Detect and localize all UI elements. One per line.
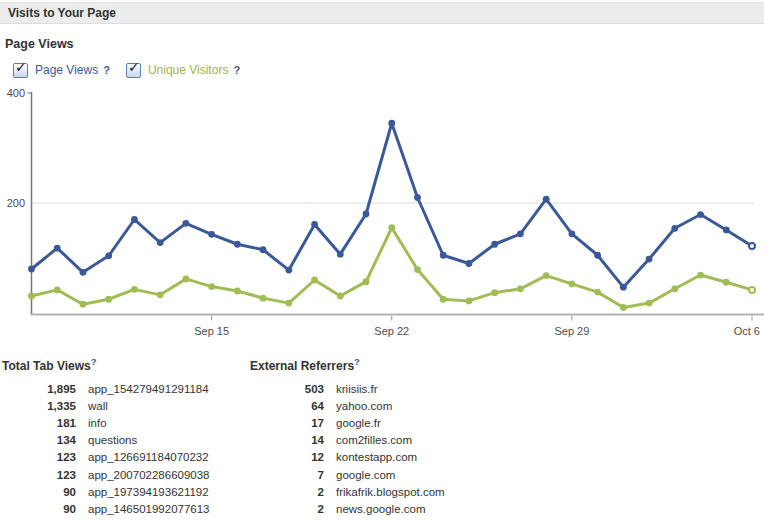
row-value: 123 bbox=[2, 469, 76, 481]
row-label: app_200702286609038 bbox=[88, 469, 210, 481]
row-label: yahoo.com bbox=[336, 400, 392, 412]
row-label: google.fr bbox=[336, 417, 381, 429]
row-label: wall bbox=[88, 400, 108, 412]
list-row: 64yahoo.com bbox=[250, 397, 445, 414]
list-row: 123app_200702286609038 bbox=[2, 466, 210, 483]
row-label: app_146501992077613 bbox=[88, 503, 210, 515]
total-tab-views-title: Total Tab Views? bbox=[2, 356, 210, 373]
page-views-checkbox[interactable] bbox=[13, 63, 28, 78]
row-value: 181 bbox=[2, 417, 76, 429]
list-row: 2frikafrik.blogspot.com bbox=[250, 483, 445, 500]
row-value: 123 bbox=[2, 451, 76, 463]
row-label: questions bbox=[88, 434, 137, 446]
list-row: 503kriisiis.fr bbox=[250, 380, 445, 397]
section-title: Page Views bbox=[5, 37, 74, 51]
visits-panel: Visits to Your Page Page Views Page View… bbox=[0, 0, 764, 522]
list-row: 1,335wall bbox=[2, 397, 210, 414]
list-row: 134questions bbox=[2, 432, 210, 449]
legend-label-unique-visitors: Unique Visitors bbox=[148, 63, 228, 77]
panel-title: Visits to Your Page bbox=[8, 6, 116, 20]
unique-visitors-help-icon[interactable]: ? bbox=[233, 64, 240, 76]
external-referrers-title: External Referrers? bbox=[250, 356, 445, 373]
svg-text:Sep 29: Sep 29 bbox=[554, 325, 589, 337]
list-row: 14com2filles.com bbox=[250, 432, 445, 449]
list-row: 1,895app_154279491291184 bbox=[2, 380, 210, 397]
visits-chart: 200400Sep 15Sep 22Sep 29Oct 6 bbox=[0, 86, 764, 342]
row-label: google.com bbox=[336, 469, 395, 481]
list-row: 17google.fr bbox=[250, 414, 445, 431]
chart-area: 200400Sep 15Sep 22Sep 29Oct 6 bbox=[0, 86, 764, 342]
svg-text:Sep 15: Sep 15 bbox=[194, 325, 229, 337]
row-value: 90 bbox=[2, 486, 76, 498]
list-row: 12kontestapp.com bbox=[250, 449, 445, 466]
external-referrers-list: 503kriisiis.fr64yahoo.com17google.fr14co… bbox=[250, 380, 445, 518]
row-label: kriisiis.fr bbox=[336, 383, 378, 395]
total-tab-views-section: Total Tab Views? 1,895app_15427949129118… bbox=[2, 356, 210, 518]
legend-label-page-views: Page Views bbox=[35, 63, 98, 77]
row-value: 2 bbox=[250, 503, 324, 515]
list-row: 7google.com bbox=[250, 466, 445, 483]
row-label: info bbox=[88, 417, 107, 429]
unique-visitors-checkbox[interactable] bbox=[126, 63, 141, 78]
external-referrers-section: External Referrers? 503kriisiis.fr64yaho… bbox=[250, 356, 445, 518]
row-value: 2 bbox=[250, 486, 324, 498]
row-value: 134 bbox=[2, 434, 76, 446]
row-label: app_154279491291184 bbox=[88, 383, 209, 395]
row-value: 1,335 bbox=[2, 400, 76, 412]
row-value: 503 bbox=[250, 383, 324, 395]
row-label: news.google.com bbox=[336, 503, 426, 515]
total-tab-views-help-icon[interactable]: ? bbox=[91, 356, 97, 367]
page-views-help-icon[interactable]: ? bbox=[103, 64, 110, 76]
row-value: 1,895 bbox=[2, 383, 76, 395]
external-referrers-help-icon[interactable]: ? bbox=[354, 356, 360, 367]
list-row: 181info bbox=[2, 414, 210, 431]
list-row: 90app_197394193621192 bbox=[2, 483, 210, 500]
row-value: 7 bbox=[250, 469, 324, 481]
row-value: 64 bbox=[250, 400, 324, 412]
row-value: 90 bbox=[2, 503, 76, 515]
row-label: app_126691184070232 bbox=[88, 451, 209, 463]
list-row: 123app_126691184070232 bbox=[2, 449, 210, 466]
row-value: 14 bbox=[250, 434, 324, 446]
svg-text:200: 200 bbox=[7, 197, 25, 209]
svg-text:Sep 22: Sep 22 bbox=[374, 325, 409, 337]
row-label: frikafrik.blogspot.com bbox=[336, 486, 445, 498]
svg-text:400: 400 bbox=[7, 87, 25, 99]
row-value: 12 bbox=[250, 451, 324, 463]
total-tab-views-list: 1,895app_1542794912911841,335wall181info… bbox=[2, 380, 210, 518]
svg-text:Oct 6: Oct 6 bbox=[734, 325, 760, 337]
panel-header: Visits to Your Page bbox=[0, 2, 764, 24]
list-row: 90app_146501992077613 bbox=[2, 500, 210, 517]
row-label: app_197394193621192 bbox=[88, 486, 209, 498]
row-label: com2filles.com bbox=[336, 434, 412, 446]
row-value: 17 bbox=[250, 417, 324, 429]
list-row: 2news.google.com bbox=[250, 500, 445, 517]
row-label: kontestapp.com bbox=[336, 451, 417, 463]
chart-legend: Page Views ? Unique Visitors ? bbox=[13, 62, 240, 78]
